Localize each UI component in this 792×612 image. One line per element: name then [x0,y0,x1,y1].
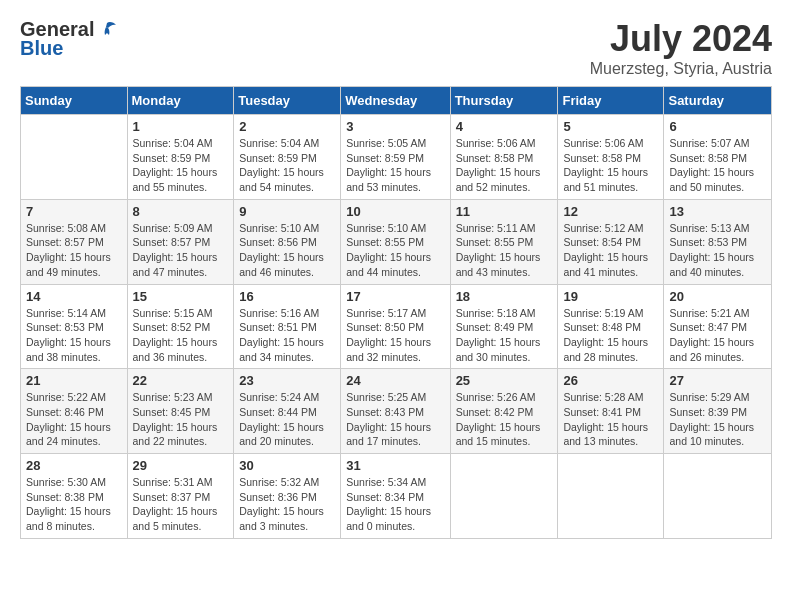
day-number: 18 [456,289,553,304]
calendar-cell: 3Sunrise: 5:05 AM Sunset: 8:59 PM Daylig… [341,115,450,200]
day-info: Sunrise: 5:14 AM Sunset: 8:53 PM Dayligh… [26,306,122,365]
calendar-cell: 14Sunrise: 5:14 AM Sunset: 8:53 PM Dayli… [21,284,128,369]
day-number: 1 [133,119,229,134]
day-number: 22 [133,373,229,388]
day-info: Sunrise: 5:15 AM Sunset: 8:52 PM Dayligh… [133,306,229,365]
day-info: Sunrise: 5:16 AM Sunset: 8:51 PM Dayligh… [239,306,335,365]
day-number: 6 [669,119,766,134]
day-info: Sunrise: 5:12 AM Sunset: 8:54 PM Dayligh… [563,221,658,280]
logo: General Blue [20,18,118,60]
calendar-cell: 21Sunrise: 5:22 AM Sunset: 8:46 PM Dayli… [21,369,128,454]
day-info: Sunrise: 5:08 AM Sunset: 8:57 PM Dayligh… [26,221,122,280]
calendar-cell: 9Sunrise: 5:10 AM Sunset: 8:56 PM Daylig… [234,199,341,284]
calendar-week-3: 14Sunrise: 5:14 AM Sunset: 8:53 PM Dayli… [21,284,772,369]
day-number: 11 [456,204,553,219]
day-number: 20 [669,289,766,304]
day-info: Sunrise: 5:24 AM Sunset: 8:44 PM Dayligh… [239,390,335,449]
calendar-cell: 8Sunrise: 5:09 AM Sunset: 8:57 PM Daylig… [127,199,234,284]
day-info: Sunrise: 5:07 AM Sunset: 8:58 PM Dayligh… [669,136,766,195]
calendar-cell: 27Sunrise: 5:29 AM Sunset: 8:39 PM Dayli… [664,369,772,454]
logo-blue-text: Blue [20,37,63,60]
calendar-cell: 30Sunrise: 5:32 AM Sunset: 8:36 PM Dayli… [234,454,341,539]
calendar-cell: 6Sunrise: 5:07 AM Sunset: 8:58 PM Daylig… [664,115,772,200]
calendar-cell: 10Sunrise: 5:10 AM Sunset: 8:55 PM Dayli… [341,199,450,284]
day-number: 15 [133,289,229,304]
day-number: 24 [346,373,444,388]
day-number: 17 [346,289,444,304]
day-info: Sunrise: 5:05 AM Sunset: 8:59 PM Dayligh… [346,136,444,195]
calendar-week-5: 28Sunrise: 5:30 AM Sunset: 8:38 PM Dayli… [21,454,772,539]
calendar-cell: 31Sunrise: 5:34 AM Sunset: 8:34 PM Dayli… [341,454,450,539]
day-info: Sunrise: 5:06 AM Sunset: 8:58 PM Dayligh… [456,136,553,195]
day-info: Sunrise: 5:18 AM Sunset: 8:49 PM Dayligh… [456,306,553,365]
calendar-week-4: 21Sunrise: 5:22 AM Sunset: 8:46 PM Dayli… [21,369,772,454]
day-info: Sunrise: 5:09 AM Sunset: 8:57 PM Dayligh… [133,221,229,280]
calendar-cell: 22Sunrise: 5:23 AM Sunset: 8:45 PM Dayli… [127,369,234,454]
day-info: Sunrise: 5:22 AM Sunset: 8:46 PM Dayligh… [26,390,122,449]
day-number: 9 [239,204,335,219]
col-friday: Friday [558,87,664,115]
day-info: Sunrise: 5:17 AM Sunset: 8:50 PM Dayligh… [346,306,444,365]
calendar-cell: 12Sunrise: 5:12 AM Sunset: 8:54 PM Dayli… [558,199,664,284]
day-number: 27 [669,373,766,388]
day-info: Sunrise: 5:11 AM Sunset: 8:55 PM Dayligh… [456,221,553,280]
day-info: Sunrise: 5:25 AM Sunset: 8:43 PM Dayligh… [346,390,444,449]
month-title: July 2024 [590,18,772,60]
calendar-cell [21,115,128,200]
calendar-cell: 25Sunrise: 5:26 AM Sunset: 8:42 PM Dayli… [450,369,558,454]
calendar-cell: 16Sunrise: 5:16 AM Sunset: 8:51 PM Dayli… [234,284,341,369]
col-thursday: Thursday [450,87,558,115]
day-info: Sunrise: 5:13 AM Sunset: 8:53 PM Dayligh… [669,221,766,280]
col-tuesday: Tuesday [234,87,341,115]
day-number: 4 [456,119,553,134]
calendar-cell: 26Sunrise: 5:28 AM Sunset: 8:41 PM Dayli… [558,369,664,454]
calendar-cell: 5Sunrise: 5:06 AM Sunset: 8:58 PM Daylig… [558,115,664,200]
day-number: 25 [456,373,553,388]
calendar-cell: 18Sunrise: 5:18 AM Sunset: 8:49 PM Dayli… [450,284,558,369]
calendar-cell [450,454,558,539]
day-info: Sunrise: 5:21 AM Sunset: 8:47 PM Dayligh… [669,306,766,365]
title-block: July 2024 Muerzsteg, Styria, Austria [590,18,772,78]
calendar-cell: 7Sunrise: 5:08 AM Sunset: 8:57 PM Daylig… [21,199,128,284]
calendar-cell: 19Sunrise: 5:19 AM Sunset: 8:48 PM Dayli… [558,284,664,369]
day-info: Sunrise: 5:19 AM Sunset: 8:48 PM Dayligh… [563,306,658,365]
day-number: 21 [26,373,122,388]
header: General Blue July 2024 Muerzsteg, Styria… [20,18,772,78]
calendar-cell: 11Sunrise: 5:11 AM Sunset: 8:55 PM Dayli… [450,199,558,284]
day-number: 7 [26,204,122,219]
day-info: Sunrise: 5:23 AM Sunset: 8:45 PM Dayligh… [133,390,229,449]
day-info: Sunrise: 5:32 AM Sunset: 8:36 PM Dayligh… [239,475,335,534]
day-number: 14 [26,289,122,304]
calendar-cell: 2Sunrise: 5:04 AM Sunset: 8:59 PM Daylig… [234,115,341,200]
calendar-cell: 23Sunrise: 5:24 AM Sunset: 8:44 PM Dayli… [234,369,341,454]
day-info: Sunrise: 5:06 AM Sunset: 8:58 PM Dayligh… [563,136,658,195]
day-number: 8 [133,204,229,219]
calendar-cell: 15Sunrise: 5:15 AM Sunset: 8:52 PM Dayli… [127,284,234,369]
day-info: Sunrise: 5:30 AM Sunset: 8:38 PM Dayligh… [26,475,122,534]
day-number: 16 [239,289,335,304]
col-sunday: Sunday [21,87,128,115]
day-number: 29 [133,458,229,473]
calendar-cell [664,454,772,539]
calendar-table: Sunday Monday Tuesday Wednesday Thursday… [20,86,772,539]
day-info: Sunrise: 5:28 AM Sunset: 8:41 PM Dayligh… [563,390,658,449]
day-info: Sunrise: 5:29 AM Sunset: 8:39 PM Dayligh… [669,390,766,449]
day-number: 31 [346,458,444,473]
calendar-cell: 24Sunrise: 5:25 AM Sunset: 8:43 PM Dayli… [341,369,450,454]
calendar-cell [558,454,664,539]
day-number: 26 [563,373,658,388]
day-info: Sunrise: 5:31 AM Sunset: 8:37 PM Dayligh… [133,475,229,534]
calendar-cell: 17Sunrise: 5:17 AM Sunset: 8:50 PM Dayli… [341,284,450,369]
col-wednesday: Wednesday [341,87,450,115]
day-info: Sunrise: 5:04 AM Sunset: 8:59 PM Dayligh… [239,136,335,195]
day-number: 5 [563,119,658,134]
calendar-cell: 13Sunrise: 5:13 AM Sunset: 8:53 PM Dayli… [664,199,772,284]
logo-bird-icon [96,19,118,41]
day-number: 12 [563,204,658,219]
col-saturday: Saturday [664,87,772,115]
day-number: 3 [346,119,444,134]
calendar-cell: 29Sunrise: 5:31 AM Sunset: 8:37 PM Dayli… [127,454,234,539]
calendar-cell: 1Sunrise: 5:04 AM Sunset: 8:59 PM Daylig… [127,115,234,200]
calendar-week-1: 1Sunrise: 5:04 AM Sunset: 8:59 PM Daylig… [21,115,772,200]
day-number: 28 [26,458,122,473]
